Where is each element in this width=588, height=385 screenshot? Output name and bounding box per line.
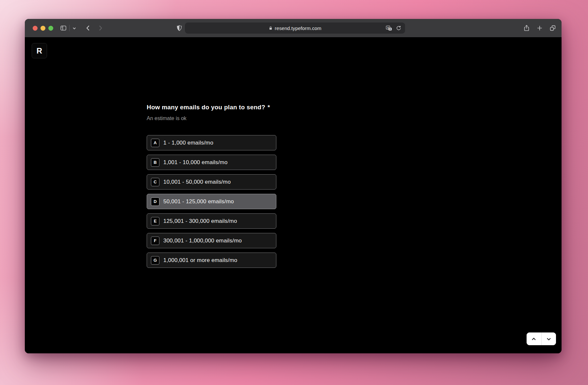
share-icon[interactable] [523, 24, 530, 32]
svg-text:a: a [389, 28, 391, 30]
privacy-shield-icon[interactable] [176, 24, 183, 32]
back-button-icon[interactable] [84, 24, 92, 32]
option-key-badge: G [151, 256, 159, 265]
question-description: An estimate is ok [147, 116, 343, 121]
forward-button-icon [96, 24, 104, 32]
option-C[interactable]: C 10,001 - 50,000 emails/mo [147, 174, 276, 190]
traffic-light-minimize[interactable] [41, 26, 45, 31]
reload-icon[interactable] [396, 25, 402, 31]
toolbar-divider [69, 25, 70, 31]
option-key-badge: E [151, 217, 159, 225]
sidebar-chevron-down-icon[interactable] [72, 26, 77, 31]
new-tab-plus-icon[interactable] [536, 24, 543, 32]
lock-icon [269, 26, 273, 30]
site-logo-letter: R [37, 46, 42, 55]
browser-window: resend.typeform.com A a [25, 19, 562, 353]
traffic-lights [33, 19, 53, 37]
option-label: 10,001 - 50,000 emails/mo [163, 179, 231, 185]
required-marker: * [268, 104, 270, 111]
option-E[interactable]: E 125,001 - 300,000 emails/mo [147, 213, 276, 229]
option-key-badge: D [151, 197, 159, 206]
sidebar-toggle-icon[interactable] [60, 24, 67, 32]
option-label: 50,001 - 125,000 emails/mo [163, 198, 234, 205]
question-nav [527, 332, 556, 345]
option-label: 1,001 - 10,000 emails/mo [163, 159, 228, 166]
options-list: A 1 - 1,000 emails/mo B 1,001 - 10,000 e… [147, 135, 276, 272]
chevron-up-icon [530, 336, 537, 342]
option-B[interactable]: B 1,001 - 10,000 emails/mo [147, 155, 276, 170]
option-key-badge: B [151, 158, 159, 167]
option-G[interactable]: G 1,000,001 or more emails/mo [147, 253, 276, 268]
option-key-badge: F [151, 237, 159, 245]
url-text: resend.typeform.com [275, 25, 321, 31]
address-bar[interactable]: resend.typeform.com A a [185, 23, 405, 34]
page-content: R How many emails do you plan to send?* … [25, 37, 562, 353]
browser-toolbar: resend.typeform.com A a [25, 19, 562, 37]
option-F[interactable]: F 300,001 - 1,000,000 emails/mo [147, 233, 276, 248]
previous-question-button[interactable] [527, 332, 541, 345]
option-D[interactable]: D 50,001 - 125,000 emails/mo [147, 194, 276, 209]
option-label: 300,001 - 1,000,000 emails/mo [163, 238, 242, 244]
translate-icon[interactable]: A a [385, 25, 392, 31]
question-block: How many emails do you plan to send?* An… [147, 104, 343, 121]
tab-overview-icon[interactable] [549, 24, 556, 32]
option-A[interactable]: A 1 - 1,000 emails/mo [147, 135, 276, 150]
site-logo[interactable]: R [32, 43, 47, 58]
traffic-light-close[interactable] [33, 26, 38, 31]
option-label: 125,001 - 300,000 emails/mo [163, 218, 237, 224]
option-label: 1 - 1,000 emails/mo [163, 140, 213, 146]
chevron-down-icon [545, 336, 552, 342]
option-label: 1,000,001 or more emails/mo [163, 257, 237, 264]
option-key-badge: A [151, 139, 159, 147]
next-question-button[interactable] [542, 332, 556, 345]
question-title: How many emails do you plan to send?* [147, 104, 343, 111]
option-key-badge: C [151, 178, 159, 186]
traffic-light-zoom[interactable] [48, 26, 53, 31]
